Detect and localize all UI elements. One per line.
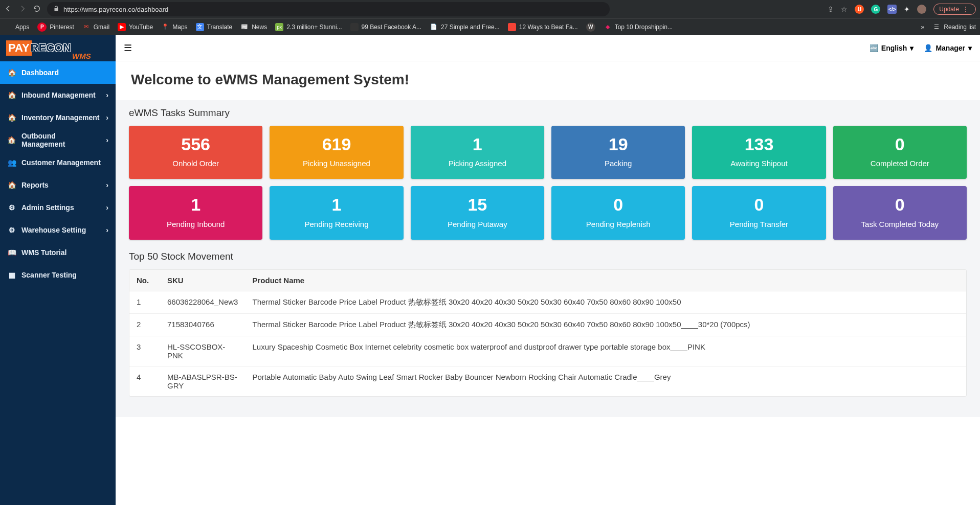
card-label: Pending Putaway (416, 220, 539, 228)
summary-card-pending-replenish[interactable]: 0Pending Replenish (551, 186, 685, 239)
hamburger-icon[interactable]: ☰ (124, 42, 132, 54)
profile-avatar[interactable] (917, 5, 926, 14)
summary-card-pending-receiving[interactable]: 1Pending Receiving (270, 186, 403, 239)
translate-icon: 🔤 (870, 44, 878, 52)
sidebar-item-inventory-management[interactable]: 🏠Inventory Management› (0, 106, 116, 129)
summary-card-task-completed-today[interactable]: 0Task Completed Today (833, 186, 967, 239)
ext-g-icon[interactable]: G (871, 5, 880, 14)
sidebar-item-label: Outbound Management (21, 132, 101, 148)
summary-card-onhold-order[interactable]: 556Onhold Order (129, 126, 262, 179)
cell-sku: MB-ABASLPSR-BS-GRY (160, 366, 245, 396)
sidebar-item-label: WMS Tutorial (21, 248, 66, 257)
sidebar-item-label: Inventory Management (21, 113, 99, 122)
stock-table: No. SKU Product Name 166036228064_New3Th… (129, 269, 967, 397)
bookmark-youtube[interactable]: ▶YouTube (118, 23, 153, 31)
bookmark-pinterest[interactable]: PPinterest (37, 22, 74, 32)
cell-sku: 71583040766 (160, 313, 245, 336)
sidebar-item-wms-tutorial[interactable]: 📖WMS Tutorial (0, 241, 116, 264)
table-row: 166036228064_New3Thermal Sticker Barcode… (129, 291, 966, 313)
stock-title: Top 50 Stock Movement (129, 251, 967, 262)
star-icon[interactable]: ☆ (841, 5, 848, 13)
card-label: Pending Replenish (556, 220, 680, 228)
sidebar-item-inbound-management[interactable]: 🏠Inbound Management› (0, 84, 116, 106)
card-value: 1 (134, 195, 257, 214)
reading-list[interactable]: ☰Reading list (932, 23, 976, 31)
summary-card-pending-inbound[interactable]: 1Pending Inbound (129, 186, 262, 239)
sidebar-item-admin-settings[interactable]: ⚙Admin Settings› (0, 196, 116, 219)
cell-name: Portable Automatic Baby Auto Swing Leaf … (245, 366, 966, 396)
sidebar-item-reports[interactable]: 🏠Reports› (0, 174, 116, 196)
user-dropdown[interactable]: 👤 Manager ▾ (924, 44, 972, 52)
extensions-icon[interactable]: ✦ (904, 5, 910, 13)
summary-card-pending-transfer[interactable]: 0Pending Transfer (692, 186, 826, 239)
bookmark-simple-free[interactable]: 📄27 Simple and Free... (430, 23, 500, 31)
bookmark-maps[interactable]: 📍Maps (161, 23, 187, 31)
chevron-right-icon: › (106, 113, 108, 122)
welcome-banner: Welcome to eWMS Management System! (116, 61, 980, 100)
sidebar-item-label: Warehouse Setting (21, 226, 86, 234)
browser-toolbar: https://wms.payrecon.co/dashboard ⇪ ☆ U … (0, 0, 980, 18)
sidebar-item-warehouse-setting[interactable]: ⚙Warehouse Setting› (0, 219, 116, 241)
language-dropdown[interactable]: 🔤 English ▾ (870, 44, 914, 52)
bookmark-pixabay[interactable]: px2.3 million+ Stunni... (275, 23, 342, 31)
forward-icon[interactable] (18, 5, 27, 14)
bookmark-fb-ads[interactable]: 99 Best Facebook A... (350, 23, 421, 31)
card-value: 19 (556, 135, 680, 154)
back-icon[interactable] (4, 5, 12, 14)
card-value: 0 (838, 195, 962, 214)
chevron-down-icon: ▾ (910, 44, 914, 52)
card-label: Picking Unassigned (275, 159, 398, 168)
bookmark-wp[interactable]: W (586, 22, 595, 32)
url-bar[interactable]: https://wms.payrecon.co/dashboard (47, 2, 610, 16)
dashboard-icon: 🏠 (7, 136, 16, 144)
card-value: 619 (275, 135, 398, 154)
reload-icon[interactable] (33, 5, 41, 14)
card-label: Awaiting Shipout (697, 159, 820, 168)
table-row: 271583040766Thermal Sticker Barcode Pric… (129, 313, 966, 336)
summary-card-packing[interactable]: 19Packing (551, 126, 685, 179)
chevron-right-icon: › (106, 181, 108, 189)
col-no: No. (129, 270, 160, 291)
col-product-name: Product Name (245, 270, 966, 291)
cell-no: 4 (129, 366, 160, 396)
bookmark-dropship[interactable]: ◆Top 10 Dropshippin... (604, 23, 673, 31)
card-value: 0 (556, 195, 680, 214)
bookmark-gmail[interactable]: ✉Gmail (82, 23, 109, 31)
summary-card-picking-unassigned[interactable]: 619Picking Unassigned (270, 126, 403, 179)
ext-code-icon[interactable]: </> (887, 5, 897, 14)
summary-card-pending-putaway[interactable]: 15Pending Putaway (411, 186, 544, 239)
update-button[interactable]: Update⋮ (933, 4, 976, 15)
sidebar-item-customer-management[interactable]: 👥Customer Management (0, 151, 116, 174)
qr-icon: ▦ (7, 271, 16, 279)
table-row: 4MB-ABASLPSR-BS-GRYPortable Automatic Ba… (129, 366, 966, 396)
sidebar-item-dashboard[interactable]: 🏠Dashboard (0, 61, 116, 84)
card-value: 0 (838, 135, 962, 154)
share-icon[interactable]: ⇪ (828, 5, 834, 13)
card-label: Onhold Order (134, 159, 257, 168)
card-label: Completed Order (838, 159, 962, 168)
app-logo: PAYRECONWMS (0, 35, 116, 61)
chevron-right-icon: › (106, 91, 108, 99)
dashboard-icon: 🏠 (7, 68, 16, 77)
cell-no: 3 (129, 336, 160, 366)
sidebar-item-scanner-testing[interactable]: ▦Scanner Testing (0, 264, 116, 286)
bookmark-apps[interactable]: Apps (4, 23, 29, 31)
bookmark-translate[interactable]: 文Translate (196, 23, 233, 31)
card-label: Pending Inbound (134, 220, 257, 228)
table-row: 3HL-SSCOSBOX-PNKLuxury Spaceship Cosmeti… (129, 336, 966, 366)
summary-card-picking-assigned[interactable]: 1Picking Assigned (411, 126, 544, 179)
users-icon: 👥 (7, 158, 16, 167)
chevron-right-icon: › (106, 136, 108, 144)
card-value: 133 (697, 135, 820, 154)
bookmark-beat-fa[interactable]: 12 Ways to Beat Fa... (508, 23, 578, 31)
gear-icon: ⚙ (7, 203, 16, 212)
summary-card-awaiting-shipout[interactable]: 133Awaiting Shipout (692, 126, 826, 179)
sidebar-item-label: Inbound Management (21, 91, 96, 99)
bookmark-overflow[interactable]: » (921, 24, 925, 31)
sidebar-item-outbound-management[interactable]: 🏠Outbound Management› (0, 129, 116, 151)
summary-card-completed-order[interactable]: 0Completed Order (833, 126, 967, 179)
bookmark-news[interactable]: 📰News (240, 23, 267, 31)
gear-icon: ⚙ (7, 226, 16, 234)
card-value: 1 (416, 135, 539, 154)
ext-u-icon[interactable]: U (855, 5, 864, 14)
